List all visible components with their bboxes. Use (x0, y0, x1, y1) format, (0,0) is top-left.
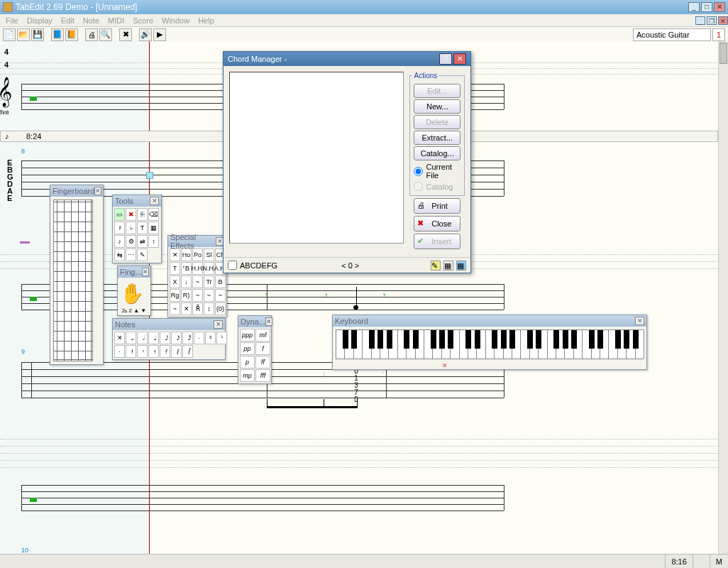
doc-restore-button[interactable]: ❐ (707, 16, 717, 25)
save-file-button[interactable]: 💾 (31, 28, 44, 41)
tool-cell[interactable]: ♯ (114, 222, 125, 234)
vertical-scrollbar[interactable] (718, 41, 728, 554)
black-key[interactable] (597, 330, 603, 349)
grid-icon[interactable]: ▦ (456, 261, 466, 271)
dynamics-palette[interactable]: Dyna...✕ ppp mf pp f p ff mp fff (238, 315, 272, 384)
fingerings-palette[interactable]: Fing...✕ ✋ 2₁ 2 ▲ ▼ (117, 266, 151, 316)
current-file-radio[interactable]: Current File (414, 163, 462, 180)
black-key[interactable] (404, 330, 409, 349)
menu-score[interactable]: Score (128, 16, 158, 25)
note-cell[interactable]: 𝄽 (126, 345, 136, 358)
fingerboard-palette[interactable]: Fingerboard✕ (50, 185, 104, 365)
note-cell[interactable]: 𝅘𝅥 (148, 332, 159, 344)
effect-cell[interactable]: R̄ (192, 302, 203, 315)
menu-file[interactable]: File (1, 16, 23, 25)
note-cell[interactable]: · (194, 332, 204, 344)
new-file-button[interactable]: 📄 (3, 28, 16, 41)
note-cell[interactable]: 𝅁 (171, 345, 182, 358)
black-key[interactable] (343, 330, 348, 349)
note-cell[interactable]: 𝅘𝅥𝅮 (160, 332, 170, 344)
note-cell[interactable]: 𝅝 (126, 332, 136, 344)
menu-note[interactable]: Note (79, 16, 104, 25)
note-cell[interactable]: 𝄾 (137, 345, 148, 358)
diagram-icon[interactable]: ▦ (443, 261, 453, 271)
close-icon[interactable]: ✕ (94, 187, 101, 195)
book1-button[interactable]: 📘 (51, 28, 64, 41)
black-key[interactable] (536, 330, 541, 349)
black-key[interactable] (431, 330, 436, 349)
start-marker[interactable] (30, 498, 37, 502)
effect-cell[interactable]: Rg (170, 289, 180, 302)
black-key[interactable] (475, 330, 480, 349)
hand-icon[interactable]: ✋ (119, 279, 145, 307)
new-button[interactable]: New... (414, 99, 460, 114)
note-cell[interactable]: ⁵ (216, 332, 227, 344)
black-key[interactable] (448, 330, 453, 349)
black-key[interactable] (624, 330, 629, 349)
effect-cell[interactable]: (0) (215, 302, 226, 315)
tool-cell[interactable]: ⚙ (126, 235, 136, 248)
cancel-button[interactable]: ✖ (119, 28, 132, 41)
doc-minimize-button[interactable]: _ (695, 16, 705, 25)
tool-cell[interactable]: ♪ (114, 235, 125, 248)
effect-cell[interactable]: T (170, 262, 180, 275)
black-key[interactable] (509, 330, 515, 349)
tool-cell[interactable]: ⋯ (126, 248, 136, 261)
extract-button[interactable]: Extract... (414, 131, 460, 145)
black-key[interactable] (589, 330, 595, 349)
pencil-icon[interactable]: ✎ (431, 261, 441, 271)
edit-button[interactable]: Edit... (414, 84, 460, 98)
window-minimize-button[interactable]: _ (688, 2, 700, 12)
effect-cell[interactable]: ↓ (181, 275, 192, 288)
special-effects-palette[interactable]: Special Effects✕ ✕ Ho Po Sl Ch T ᵗB H.H.… (167, 235, 227, 317)
dyn-cell[interactable]: mf (255, 329, 270, 342)
insert-button[interactable]: ✔Insert (414, 234, 460, 249)
black-key[interactable] (351, 330, 357, 349)
close-button[interactable]: ✖Close (414, 216, 460, 231)
catalog-radio[interactable]: Catalog (414, 182, 462, 191)
tool-cell[interactable]: ⇄ (137, 235, 148, 248)
effect-cell[interactable]: R) (181, 289, 192, 302)
black-key[interactable] (563, 330, 568, 349)
chord-list[interactable] (229, 72, 404, 244)
black-key[interactable] (377, 330, 383, 349)
note-cell[interactable]: 𝅘𝅥𝅯 (171, 332, 182, 344)
tool-cell[interactable]: ▦ (148, 222, 159, 234)
effect-cell[interactable]: N.H. (204, 262, 214, 275)
tool-cell[interactable]: ⇆ (114, 248, 125, 261)
tool-cell[interactable]: T (137, 222, 148, 234)
tool-cell[interactable]: ⎘ (137, 208, 148, 221)
close-icon[interactable]: ✕ (214, 320, 223, 329)
dyn-cell[interactable]: f (255, 342, 270, 355)
catalog-button[interactable]: Catalog... (414, 146, 460, 160)
dyn-cell[interactable]: p (240, 356, 255, 368)
print-button[interactable]: 🖨 (85, 28, 98, 41)
sound-button[interactable]: 🔊 (139, 28, 152, 41)
dyn-cell[interactable]: ppp (240, 329, 255, 342)
black-key[interactable] (387, 330, 392, 349)
piano-keyboard[interactable] (336, 329, 644, 359)
close-icon[interactable]: ✕ (142, 268, 149, 276)
close-icon[interactable]: ✕ (150, 197, 159, 205)
keyboard-palette[interactable]: Keyboard✕ ✕ (332, 315, 647, 370)
note-cell[interactable]: 𝄿 (148, 345, 159, 358)
tools-palette[interactable]: Tools✕ ▭ ✖ ⎘ ⌫ ♯ ♭ T ▦ ♪ ⚙ ⇄ ↕ ⇆ ⋯ ✎ (112, 195, 162, 263)
note-cell[interactable]: ³ (205, 332, 216, 344)
black-key[interactable] (369, 330, 375, 349)
start-marker[interactable] (30, 97, 37, 101)
instrument-number[interactable]: 1 (712, 28, 725, 41)
dyn-cell[interactable]: ff (255, 356, 270, 368)
notes-palette[interactable]: Notes✕ ✕ 𝅝 𝅗𝅥 𝅘𝅥 𝅘𝅥𝅮 𝅘𝅥𝅯 𝅘𝅥𝅰 · ³ ⁵ · 𝄽 𝄾… (112, 318, 226, 360)
effect-cell[interactable]: ~ (215, 289, 226, 302)
note-cell[interactable]: 𝅀 (160, 345, 170, 358)
play-button[interactable]: ▶ (153, 28, 166, 41)
dialog-help-button[interactable]: ? (439, 53, 452, 65)
window-maximize-button[interactable]: □ (701, 2, 712, 12)
preview-button[interactable]: 🔍 (99, 28, 112, 41)
menu-window[interactable]: Window (158, 16, 194, 25)
note-cell[interactable]: · (114, 345, 125, 358)
menu-help[interactable]: Help (194, 16, 219, 25)
effect-cell[interactable]: Tr (204, 275, 214, 288)
delete-button[interactable]: Delete (414, 115, 460, 129)
black-key[interactable] (553, 330, 559, 349)
